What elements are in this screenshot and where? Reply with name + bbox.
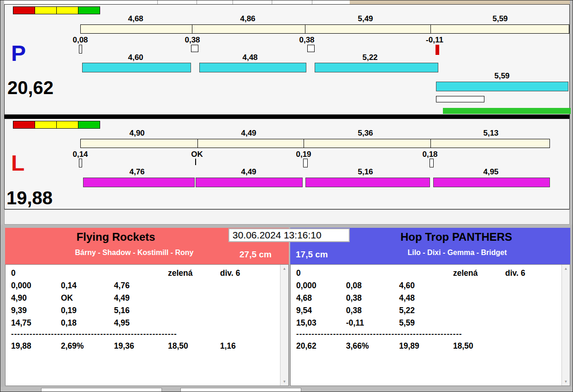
left-team-lineup: Bárny - Shadow - Kostimill - Rony: [5, 249, 263, 257]
log-cell: 14,75: [11, 318, 61, 328]
left-team-height: 27,5 cm: [239, 249, 272, 260]
log-totals-row: 19,88 2,69% 19,36 18,50 1,16: [6, 341, 281, 351]
divider-line: [157, 0, 158, 4]
log-cell: 18,50: [453, 341, 505, 351]
light-yellow-icon: [35, 121, 57, 129]
split-progress-bar-p: [80, 24, 569, 34]
log-cell: 0,19: [61, 306, 114, 315]
log-cell: [114, 268, 168, 278]
log-cell: [399, 268, 453, 278]
run-bar-2: [199, 63, 306, 72]
log-cell: 0,000: [296, 281, 346, 291]
lane-p-label: P: [11, 42, 26, 65]
scroll-down-glyph: ▼: [564, 380, 568, 384]
light-red-icon: [13, 121, 35, 129]
log-cell: 0: [11, 268, 61, 278]
total-time-l: 19,88: [6, 189, 53, 207]
log-cell: 0: [296, 268, 346, 278]
crossing-indicator: [303, 159, 308, 167]
log-cell: div. 6: [220, 268, 281, 278]
log-cell: 4,60: [399, 281, 453, 291]
ready-bar: [443, 108, 571, 114]
log-cell: [346, 268, 399, 278]
run-bar-1: [82, 63, 191, 72]
divider-line: [312, 0, 312, 4]
split-time-label: 5,49: [358, 14, 373, 24]
lane-p-panel: 4,68 4,86 5,49 5,59 0,08 0,38 0,38 -0,11…: [4, 4, 570, 115]
scroll-up-icon[interactable]: ▲: [562, 265, 570, 273]
log-cell: 4,76: [114, 281, 168, 291]
run-time-label: 4,95: [483, 167, 498, 177]
split-time-label: 4,68: [128, 14, 143, 24]
log-cell: 2,69%: [61, 341, 114, 351]
light-yellow2-icon: [56, 6, 78, 14]
scoreboard: Flying Rockets Bárny - Shadow - Kostimil…: [0, 225, 573, 387]
log-cell: -0,11: [346, 318, 399, 328]
flyball-timing-app: 4,68 4,86 5,49 5,59 0,08 0,38 0,38 -0,11…: [0, 0, 573, 392]
segment-divider: [305, 25, 305, 33]
log-cell: 0,000: [11, 281, 61, 291]
lane-l-label: L: [11, 152, 24, 174]
split-time-label: 5,13: [483, 129, 498, 138]
crossing-tick: [195, 159, 196, 165]
log-cell: 9,39: [11, 306, 61, 315]
background-window-bottom: [0, 387, 573, 392]
run-time-label: 4,60: [128, 53, 143, 62]
log-cell: [505, 341, 562, 351]
crossing-indicator: [191, 45, 198, 52]
log-cell: 4,68: [296, 293, 346, 303]
panel-divider: [4, 115, 570, 119]
run-time-label: 5,16: [358, 167, 373, 177]
log-cell: 5,59: [399, 318, 453, 328]
race-timestamp: 30.06.2024 13:16:10: [228, 228, 350, 242]
divider-line: [197, 0, 197, 4]
log-cell: zelená: [168, 268, 220, 278]
scroll-down-icon[interactable]: ▼: [562, 378, 570, 386]
crossing-indicator: [79, 159, 82, 167]
segment-divider: [430, 25, 431, 33]
split-time-label: 4,90: [129, 129, 144, 138]
log-row: 14,75 0,18 4,95: [6, 318, 281, 328]
scroll-up-icon[interactable]: ▲: [281, 265, 288, 273]
log-cell: 4,49: [114, 293, 168, 303]
segment-divider: [304, 139, 304, 148]
divider-line: [272, 0, 272, 4]
right-team-lineup: Lilo - Dixi - Gemma - Bridget: [337, 249, 573, 257]
run-bar-3: [305, 178, 430, 187]
crossing-time-label: 0,38: [299, 36, 314, 45]
left-log-scrollbar[interactable]: ▲ ▼: [280, 265, 288, 386]
status-lights-l: [13, 121, 100, 129]
run-bar-3: [315, 63, 438, 72]
crossing-indicator: [79, 45, 82, 53]
log-row: 0 zelená div. 6: [291, 268, 562, 278]
run-bar-1: [83, 178, 195, 187]
log-cell: 3,66%: [346, 341, 399, 351]
run-bar-2: [196, 178, 303, 187]
log-cell: 0,14: [61, 281, 114, 291]
right-log-scrollbar[interactable]: ▲ ▼: [561, 265, 570, 386]
scroll-down-icon[interactable]: ▼: [281, 378, 288, 386]
crossing-indicator: [430, 159, 434, 167]
empty-status-strip: [4, 209, 570, 225]
scroll-up-glyph: ▲: [564, 267, 568, 271]
light-yellow-icon: [35, 6, 57, 14]
run-bar-4: [436, 82, 568, 91]
run-time-label: 5,59: [494, 71, 509, 81]
run-time-label: 5,22: [362, 53, 377, 62]
log-cell: 0,18: [61, 318, 114, 328]
crossing-time-label: 0,19: [296, 150, 311, 159]
log-cell: 18,50: [168, 341, 220, 351]
background-window-box: [41, 388, 162, 392]
background-window-top: [4, 0, 570, 4]
log-cell: 5,22: [399, 306, 453, 315]
crossing-indicator: [307, 45, 315, 52]
log-cell: 19,88: [11, 341, 61, 351]
run-time-label: 4,49: [241, 167, 256, 177]
log-cell: 15,03: [296, 318, 346, 328]
right-log-panel: 0 zelená div. 6 0,000 0,08 4,60 4,68 0,3…: [290, 264, 570, 386]
run-time-label: 4,48: [242, 53, 257, 62]
right-team-name: Hop Trop PANTHERS: [346, 231, 567, 244]
run-time-label: 4,76: [129, 167, 144, 177]
log-row: 0 zelená div. 6: [6, 268, 281, 278]
split-time-label: 5,36: [358, 129, 373, 138]
